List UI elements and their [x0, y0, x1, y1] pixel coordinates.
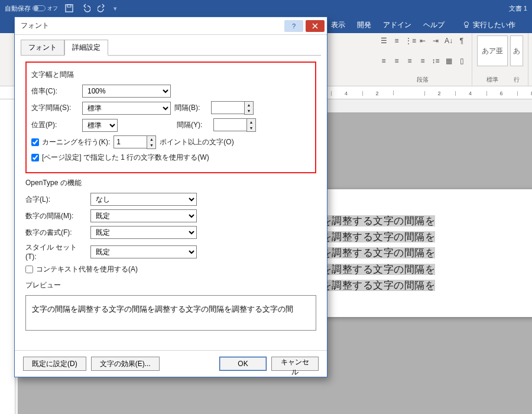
ctxalt-check-input[interactable] [25, 266, 33, 273]
cancel-button[interactable]: キャンセル [271, 357, 319, 371]
autosave-state: オフ [47, 5, 58, 12]
dialog-footer: 既定に設定(D) 文字の効果(E)... OK キャンセル [15, 350, 327, 377]
svg-rect-0 [66, 5, 73, 12]
tab-view[interactable]: 表示 [331, 20, 345, 30]
autosave-toggle[interactable]: 自動保存 オフ [5, 4, 58, 13]
spacing-section-title: 文字幅と間隔 [31, 70, 310, 80]
vertical-ruler[interactable] [0, 99, 15, 414]
document-title: 文書 1 [509, 4, 527, 13]
tab-advanced[interactable]: 詳細設定 [64, 40, 108, 56]
show-marks-icon[interactable]: ¶ [456, 35, 467, 46]
kerning-check-input[interactable] [31, 138, 39, 146]
spacing-section-highlight: 文字幅と間隔 倍率(C): 100% 文字間隔(S): 標準 間隔(B): ▲▼ [25, 62, 316, 173]
usepg-checkbox[interactable]: [ページ設定] で指定した 1 行の文字数を使用する(W) [31, 153, 209, 163]
multilevel-icon[interactable]: ⋮≡ [404, 35, 415, 46]
indent-dec-icon[interactable]: ⇤ [417, 35, 428, 46]
style-name: 標準 [477, 76, 508, 84]
tab-font[interactable]: フォント [21, 40, 64, 56]
dialog-tabs: フォント 詳細設定 [15, 35, 327, 56]
usepg-check-input[interactable] [31, 154, 39, 161]
style-more-label: 行 [510, 76, 523, 84]
preview-label: プレビュー [25, 280, 316, 290]
ctxalt-checkbox[interactable]: コンテキスト代替を使用する(A) [25, 264, 138, 274]
ruler-tick: 4 [455, 91, 485, 96]
undo-icon[interactable] [80, 3, 91, 14]
kerning-spinner[interactable]: ▲▼ [113, 135, 156, 149]
position-by-spinner[interactable]: ▲▼ [213, 118, 256, 132]
app-titlebar: 自動保存 オフ ▾ 文書 1 [0, 0, 532, 17]
ruler-tick: 2 [362, 91, 392, 96]
position-label: 位置(P): [31, 120, 79, 130]
set-default-button[interactable]: 既定に設定(D) [23, 357, 86, 371]
tellme[interactable]: 実行したい作 [462, 20, 515, 30]
numspacing-select[interactable]: 既定 [90, 209, 197, 222]
numbering-icon[interactable]: ≡ [391, 35, 402, 46]
numforms-select[interactable]: 既定 [90, 226, 197, 239]
tab-help[interactable]: ヘルプ [423, 20, 445, 30]
close-button[interactable] [306, 20, 325, 32]
lightbulb-icon [462, 21, 471, 29]
shading-icon[interactable]: ▦ [443, 56, 454, 66]
scale-select[interactable]: 100% [82, 85, 171, 98]
preview-text: 文字の間隔を調整する文字の間隔を調整する文字の間隔を調整する文字の間 [32, 305, 293, 313]
position-by-input[interactable] [213, 118, 246, 131]
font-dialog: フォント ? フォント 詳細設定 文字幅と間隔 倍率(C): 100% 文字間隔… [14, 17, 327, 377]
styles-group: あア亜 あ 標準 行 [472, 33, 528, 86]
spacing-select[interactable]: 標準 [82, 102, 171, 115]
justify-icon[interactable]: ≡ [417, 56, 428, 66]
spacing-by-input[interactable] [211, 101, 244, 114]
align-right-icon[interactable]: ≡ [404, 56, 415, 66]
kerning-input[interactable] [113, 135, 147, 148]
scale-label: 倍率(C): [31, 86, 79, 96]
style-normal[interactable]: あア亜 [477, 35, 508, 66]
numspacing-label: 数字の間隔(M): [25, 211, 87, 221]
qat-dropdown-icon[interactable]: ▾ [113, 5, 117, 12]
style-sample-text: あア亜 [482, 46, 503, 56]
numforms-label: 数字の書式(F): [25, 228, 87, 238]
align-left-icon[interactable]: ≡ [378, 56, 389, 66]
dialog-titlebar[interactable]: フォント ? [15, 17, 327, 35]
style-more-text: あ [513, 46, 520, 56]
tellme-label: 実行したい作 [473, 20, 515, 30]
ok-button[interactable]: OK [219, 357, 267, 371]
bullets-icon[interactable]: ☰ [378, 35, 389, 46]
spin-down-icon[interactable]: ▼ [247, 125, 255, 132]
spin-up-icon[interactable]: ▲ [147, 136, 155, 143]
kerning-label: カーニングを行う(K): [42, 137, 110, 147]
usepg-label: [ページ設定] で指定した 1 行の文字数を使用する(W) [42, 153, 209, 163]
spacing-label: 文字間隔(S): [31, 103, 79, 113]
line-spacing-icon[interactable]: ↕≡ [430, 56, 441, 66]
align-center-icon[interactable]: ≡ [391, 56, 402, 66]
spin-down-icon[interactable]: ▼ [147, 143, 155, 149]
spacing-by-label: 間隔(B): [174, 103, 207, 113]
spin-up-icon[interactable]: ▲ [247, 119, 255, 125]
ligatures-label: 合字(L): [25, 195, 87, 205]
autosave-label: 自動保存 [5, 4, 31, 13]
ruler-tick: 4 [331, 91, 361, 96]
ruler-tick [393, 90, 423, 95]
redo-icon[interactable] [97, 3, 108, 14]
sort-icon[interactable]: A↓ [443, 35, 454, 46]
kerning-checkbox[interactable]: カーニングを行う(K): [31, 137, 110, 147]
ruler-tick: 2 [424, 91, 454, 96]
style-more[interactable]: あ [510, 35, 523, 66]
svg-point-2 [465, 22, 469, 26]
preview-box: 文字の間隔を調整する文字の間隔を調整する文字の間隔を調整する文字の間 [25, 295, 316, 331]
ligatures-select[interactable]: なし [90, 193, 197, 206]
ruler-tick: 8 [517, 91, 532, 96]
styleset-select[interactable]: 既定 [90, 245, 197, 258]
save-icon[interactable] [64, 3, 74, 14]
spin-down-icon[interactable]: ▼ [245, 108, 253, 115]
position-select[interactable]: 標準 [82, 119, 118, 132]
paragraph-group: ☰ ≡ ⋮≡ ⇤ ⇥ A↓ ¶ ≡ ≡ ≡ ≡ ↕≡ ▦ ▯ 段落 [374, 33, 472, 86]
indent-inc-icon[interactable]: ⇥ [430, 35, 441, 46]
spacing-by-spinner[interactable]: ▲▼ [211, 101, 254, 115]
spin-up-icon[interactable]: ▲ [245, 102, 253, 108]
help-button[interactable]: ? [284, 20, 303, 32]
opentype-section-title: OpenType の機能 [25, 178, 316, 188]
position-by-label: 間隔(Y): [177, 120, 210, 130]
tab-dev[interactable]: 開発 [357, 20, 371, 30]
tab-addin[interactable]: アドイン [383, 20, 411, 30]
text-effects-button[interactable]: 文字の効果(E)... [91, 357, 160, 371]
borders-icon[interactable]: ▯ [456, 56, 467, 66]
